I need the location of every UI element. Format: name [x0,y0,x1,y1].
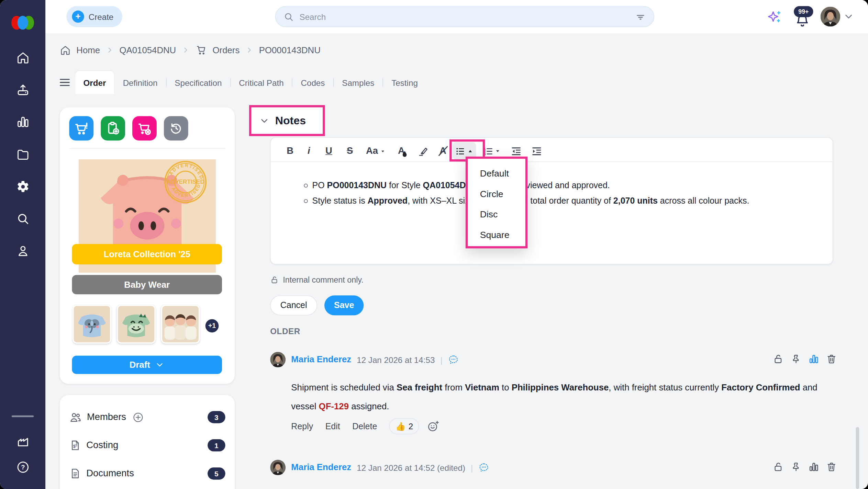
filter-icon[interactable] [635,11,646,22]
user-avatar[interactable] [820,7,840,26]
sidebar-search-icon[interactable] [12,208,33,229]
history-button[interactable] [164,116,188,140]
members-icon [69,411,82,423]
breadcrumb-po[interactable]: PO000143DNU [259,45,321,55]
account-chevron-down-icon[interactable] [843,11,854,22]
text-color-button[interactable]: A [395,142,408,160]
bold-button[interactable]: B [284,142,296,160]
italic-button[interactable]: i [304,142,314,160]
tab-strip: Definition Specification Critical Path C… [123,71,418,94]
list-style-option-default[interactable]: Default [468,163,525,184]
costing-icon [69,439,81,451]
add-member-icon[interactable] [132,411,144,423]
chevron-right-icon [245,46,253,54]
comment-avatar[interactable] [270,352,286,367]
plus-icon: + [72,11,84,23]
comment-author[interactable]: Maria Enderez [291,463,351,473]
app-logo[interactable] [11,13,34,32]
search-icon [283,11,294,22]
unlock-icon [270,275,279,284]
notes-editor[interactable]: B i U S Aa A A PO PO000143DNU for Style … [270,137,833,265]
clear-formatting-button[interactable]: A [436,142,450,160]
sidebar-factory-icon[interactable] [12,430,33,451]
underline-button[interactable]: U [323,142,335,160]
tab-codes[interactable]: Codes [301,78,325,87]
card-divider [69,148,225,149]
sidebar-profile-icon[interactable] [12,240,33,261]
breadcrumb: Home QA01054DNU Orders PO000143DNU [60,44,321,56]
list-style-option-square[interactable]: Square [468,225,525,245]
comment-1-footer: Reply Edit Delete 👍 2 [291,418,439,434]
tab-menu-hamburger-icon[interactable] [59,76,71,88]
cancel-button[interactable]: Cancel [270,295,317,315]
sidebar-upload-icon[interactable] [12,79,33,100]
vertical-scrollbar[interactable] [856,427,859,489]
tab-definition[interactable]: Definition [123,78,158,87]
costing-label: Costing [86,440,118,451]
reply-button[interactable]: Reply [291,421,313,431]
collapse-chevron-icon[interactable] [259,115,270,126]
tab-testing[interactable]: Testing [391,78,418,87]
comment-bubble-icon[interactable] [448,354,459,365]
unlock-icon[interactable] [773,353,784,364]
documents-row[interactable]: Documents [69,464,225,483]
pin-icon[interactable] [790,353,801,364]
thumbs-up-reaction[interactable]: 👍 2 [389,418,419,434]
thumbnail-dino[interactable] [117,305,156,344]
editor-bullet-1[interactable]: PO PO000143DNU for Style QA01054DNU has … [312,178,816,193]
list-style-option-circle[interactable]: Circle [468,184,525,204]
trash-icon[interactable] [826,462,837,473]
extra-images-badge[interactable]: +1 [204,318,220,333]
breadcrumb-style[interactable]: QA01054DNU [119,45,176,55]
sidebar-divider [12,416,34,417]
sidebar-help-icon[interactable] [12,456,33,477]
activity-chart-icon[interactable] [808,462,819,473]
breadcrumb-orders[interactable]: Orders [213,45,240,55]
sidebar-settings-icon[interactable] [12,176,33,197]
comment-bubble-icon[interactable] [478,462,489,473]
list-style-option-disc[interactable]: Disc [468,204,525,225]
order-alert-button[interactable] [69,116,93,140]
strikethrough-button[interactable]: S [344,142,356,160]
editor-bullet-2[interactable]: Style status is Approved, with XS–XL siz… [312,193,816,208]
sidebar-analytics-icon[interactable] [12,111,33,132]
breadcrumb-home[interactable]: Home [76,45,100,55]
collection-banner: Loreta Collection '25 [72,244,222,264]
comment-body: Shipment is scheduled via Sea freight fr… [291,378,823,416]
comment-avatar[interactable] [270,460,286,475]
ai-assistant-icon[interactable] [767,9,782,24]
privacy-note: Internal comment only. [270,275,364,284]
topbar: + Create 99+ [45,0,868,33]
sidebar-home-icon[interactable] [12,47,33,68]
tab-critical-path[interactable]: Critical Path [239,78,283,87]
tab-specification[interactable]: Specification [175,78,222,87]
search-bar[interactable] [275,6,655,27]
add-reaction-icon[interactable] [427,420,439,433]
trash-icon[interactable] [826,353,837,364]
app-window: + Create 99+ Home QA01054DNU Orders [0,0,868,489]
chevron-right-icon [105,46,114,54]
pin-icon[interactable] [790,462,801,473]
thumbnail-babies-photo[interactable] [161,305,200,344]
font-size-button[interactable]: Aa [365,142,387,160]
comment-author[interactable]: Maria Enderez [291,355,351,365]
activity-chart-icon[interactable] [808,353,819,364]
costing-row[interactable]: Costing [69,436,225,455]
delete-button[interactable]: Delete [352,421,377,431]
unlock-icon[interactable] [773,462,784,473]
highlight-button[interactable] [416,142,430,160]
indent-button[interactable] [529,142,544,160]
tab-order[interactable]: Order [75,71,114,94]
edit-button[interactable]: Edit [325,421,340,431]
create-button[interactable]: + Create [66,6,122,27]
save-button[interactable]: Save [324,295,364,315]
status-dropdown-button[interactable]: Draft [72,356,222,374]
tab-samples[interactable]: Samples [342,78,374,87]
cancel-order-button[interactable] [132,116,157,140]
thumbnail-elephant[interactable] [73,305,111,344]
sidebar-folder-icon[interactable] [12,144,33,165]
add-to-order-button[interactable] [101,116,125,140]
documents-label: Documents [86,468,134,479]
search-input[interactable] [298,11,631,22]
members-row[interactable]: Members [69,408,225,427]
